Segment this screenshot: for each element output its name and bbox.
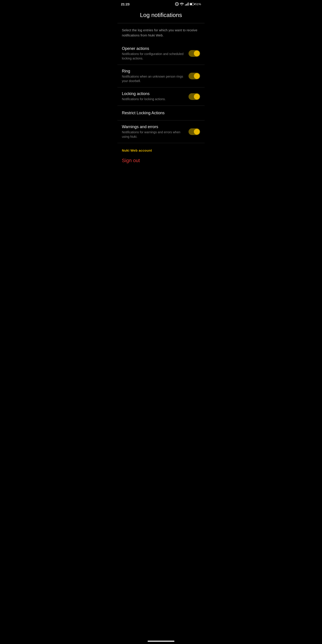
locking-actions-track	[188, 93, 200, 100]
warnings-errors-item[interactable]: Warnings and errors Notifications for wa…	[118, 120, 204, 143]
locking-actions-toggle[interactable]	[188, 93, 200, 100]
description-text: Select the log entries for which you wan…	[118, 23, 204, 42]
wifi-icon	[180, 2, 184, 6]
locking-actions-thumb	[194, 94, 200, 100]
nuki-web-account-section-header: Nuki Web account	[118, 143, 204, 154]
ring-item[interactable]: Ring Notifications when an unknown perso…	[118, 65, 204, 88]
warnings-errors-toggle[interactable]	[188, 128, 200, 135]
warnings-errors-content: Warnings and errors Notifications for wa…	[122, 124, 188, 139]
status-icons: 51%	[175, 2, 201, 6]
status-bar: 21:23 51%	[118, 0, 204, 8]
opener-actions-title: Opener actions	[122, 46, 184, 51]
restrict-locking-actions-title: Restrict Locking Actions	[122, 111, 164, 116]
opener-actions-thumb	[194, 50, 200, 56]
opener-actions-desc: Notifications for configuration and sche…	[122, 52, 184, 60]
locking-actions-title: Locking actions	[122, 92, 184, 96]
locking-actions-content: Locking actions Notifications for lockin…	[122, 92, 188, 102]
battery-level: 51%	[195, 2, 201, 6]
ring-title: Ring	[122, 69, 184, 74]
locking-actions-item[interactable]: Locking actions Notifications for lockin…	[118, 88, 204, 106]
opener-actions-item[interactable]: Opener actions Notifications for configu…	[118, 42, 204, 65]
ring-content: Ring Notifications when an unknown perso…	[122, 69, 188, 83]
dnd-icon	[175, 2, 179, 6]
opener-actions-toggle[interactable]	[188, 50, 200, 57]
opener-actions-track	[188, 50, 200, 57]
warnings-errors-track	[188, 128, 200, 135]
sign-out-button[interactable]: Sign out	[118, 154, 204, 167]
signal-icon	[185, 2, 188, 6]
battery-icon	[190, 3, 194, 5]
ring-toggle[interactable]	[188, 73, 200, 80]
warnings-errors-thumb	[194, 129, 200, 134]
warnings-errors-desc: Notifications for warnings and errors wh…	[122, 130, 184, 139]
page-title: Log notifications	[118, 8, 204, 23]
status-time: 21:23	[121, 2, 130, 6]
restrict-locking-actions-item[interactable]: Restrict Locking Actions	[118, 106, 204, 120]
opener-actions-content: Opener actions Notifications for configu…	[122, 46, 188, 60]
ring-thumb	[194, 73, 200, 79]
warnings-errors-title: Warnings and errors	[122, 124, 184, 129]
ring-desc: Notifications when an unknown person rin…	[122, 74, 184, 83]
locking-actions-desc: Notifications for locking actions.	[122, 97, 184, 102]
ring-track	[188, 73, 200, 80]
